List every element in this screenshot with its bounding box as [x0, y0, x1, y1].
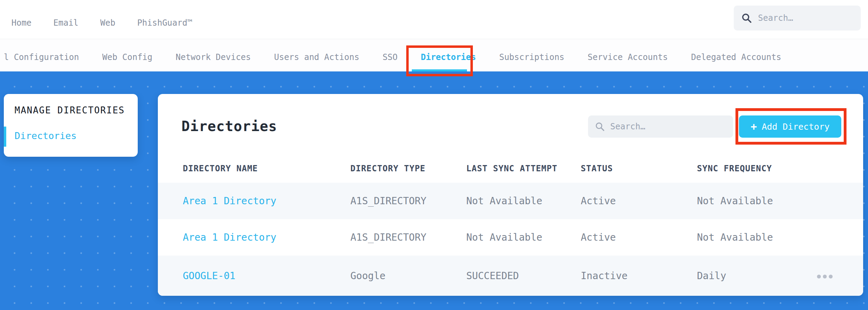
table-row: Area 1 Directory A1S_DIRECTORY Not Avail…	[158, 183, 863, 219]
top-nav-item-web[interactable]: Web	[100, 18, 115, 28]
ellipsis-icon[interactable]	[817, 271, 833, 282]
directory-type-cell: A1S_DIRECTORY	[350, 232, 466, 243]
plus-icon: +	[751, 121, 757, 132]
table-header-row: DIRECTORY NAME DIRECTORY TYPE LAST SYNC …	[158, 160, 863, 177]
active-item-indicator	[4, 127, 6, 147]
page: Home Email Web PhishGuard™ l Configurati…	[0, 0, 868, 310]
settings-tab-bar: l Configuration Web Config Network Devic…	[0, 39, 868, 71]
column-header-sync-frequency: SYNC FREQUENCY	[697, 164, 817, 173]
directory-name-link[interactable]: Area 1 Directory	[183, 195, 350, 207]
table-row: Area 1 Directory A1S_DIRECTORY Not Avail…	[158, 219, 863, 256]
tab-users-and-actions[interactable]: Users and Actions	[274, 52, 359, 62]
top-nav-item-phishguard[interactable]: PhishGuard™	[137, 18, 192, 28]
directory-name-link[interactable]: GOOGLE-01	[183, 270, 350, 282]
status-cell: Active	[581, 195, 697, 207]
tab-sso[interactable]: SSO	[383, 52, 398, 62]
tab-network-devices[interactable]: Network Devices	[176, 52, 251, 62]
add-directory-button[interactable]: + Add Directory	[739, 115, 841, 138]
table-row: GOOGLE-01 Google SUCCEEDED Inactive Dail…	[158, 256, 863, 296]
top-bar: Home Email Web PhishGuard™	[0, 0, 868, 39]
global-search-input[interactable]	[758, 13, 853, 23]
sync-frequency-cell: Not Available	[697, 232, 817, 243]
status-cell: Active	[581, 232, 697, 243]
last-sync-cell: Not Available	[466, 195, 581, 207]
active-tab-underline	[412, 69, 467, 71]
column-header-last-sync: LAST SYNC ATTEMPT	[466, 164, 581, 173]
top-nav-item-home[interactable]: Home	[11, 18, 32, 28]
status-cell: Inactive	[581, 270, 697, 282]
sidebar-item-directories[interactable]: Directories	[15, 130, 77, 141]
directories-panel: Directories + Add Directory DIRECTORY NA…	[158, 94, 863, 296]
top-nav-item-email[interactable]: Email	[53, 18, 78, 28]
settings-tabs: l Configuration Web Config Network Devic…	[4, 39, 781, 71]
sync-frequency-cell: Daily	[697, 270, 817, 282]
top-nav: Home Email Web PhishGuard™	[11, 0, 192, 39]
column-header-directory-name: DIRECTORY NAME	[183, 164, 350, 173]
search-icon	[741, 13, 752, 23]
search-icon	[595, 122, 605, 131]
last-sync-cell: Not Available	[466, 232, 581, 243]
global-search	[734, 6, 861, 31]
tab-service-accounts[interactable]: Service Accounts	[588, 52, 668, 62]
directory-name-link[interactable]: Area 1 Directory	[183, 232, 350, 243]
column-header-status: STATUS	[581, 164, 697, 173]
directories-search-input[interactable]	[610, 122, 726, 131]
tab-web-config[interactable]: Web Config	[102, 52, 153, 62]
tab-email-configuration[interactable]: l Configuration	[4, 52, 79, 62]
tab-directories[interactable]: Directories	[421, 52, 476, 62]
column-header-directory-type: DIRECTORY TYPE	[350, 164, 466, 173]
manage-directories-title: MANAGE DIRECTORIES	[15, 105, 125, 115]
page-title: Directories	[181, 118, 277, 134]
last-sync-cell: SUCCEEDED	[466, 270, 581, 282]
directories-search	[588, 115, 733, 138]
sync-frequency-cell: Not Available	[697, 195, 817, 207]
add-directory-label: Add Directory	[762, 122, 830, 132]
tab-subscriptions[interactable]: Subscriptions	[499, 52, 564, 62]
directory-type-cell: A1S_DIRECTORY	[350, 195, 466, 207]
table-body: Area 1 Directory A1S_DIRECTORY Not Avail…	[158, 183, 863, 296]
tab-delegated-accounts[interactable]: Delegated Accounts	[691, 52, 781, 62]
manage-directories-card: MANAGE DIRECTORIES Directories	[4, 94, 138, 157]
directory-type-cell: Google	[350, 270, 466, 282]
